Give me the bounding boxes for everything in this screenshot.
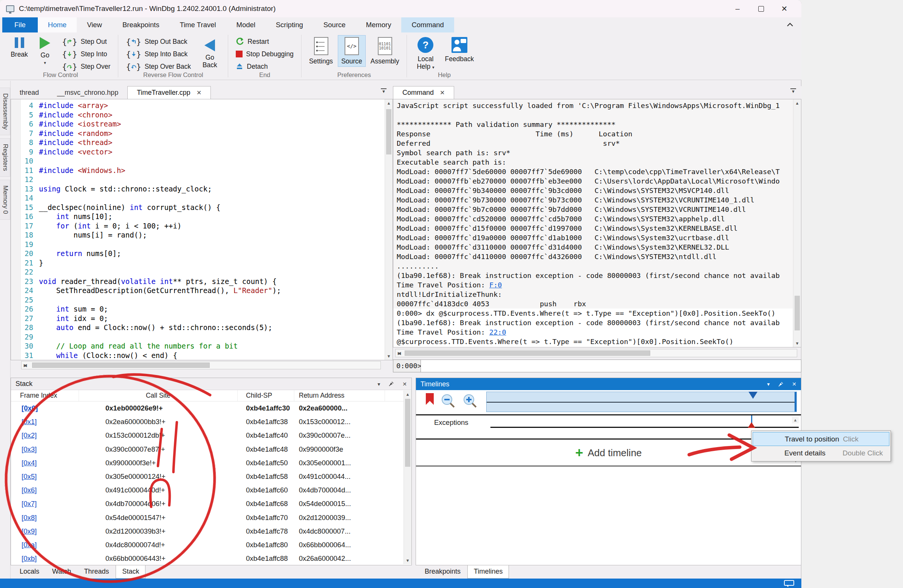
frame-index-link[interactable]: [0x2]	[22, 431, 37, 439]
frame-index-link[interactable]: [0x0]	[22, 404, 38, 412]
scroll-thumb[interactable]	[405, 351, 650, 356]
stack-row[interactable]: [0x7]0x4db700004d06!+0xb4e1affc680x54de0…	[11, 497, 411, 511]
position-link[interactable]: F:0	[489, 281, 502, 289]
pin-icon[interactable]	[389, 381, 394, 387]
step-into-button[interactable]: {} Step Into	[59, 48, 113, 60]
tab-command[interactable]: Command✕	[393, 86, 454, 99]
close-icon[interactable]: ✕	[772, 0, 796, 17]
add-timeline-button[interactable]: + Add timeline	[416, 442, 801, 464]
frame-index-link[interactable]: [0x9]	[22, 527, 37, 535]
stack-row[interactable]: [0x6]0x491c0000440d!+0xb4e1affc600x4db70…	[11, 483, 411, 497]
ribbon-tab-command[interactable]: Command	[401, 17, 454, 33]
column-header-return-address[interactable]: Return Address	[294, 390, 385, 401]
scroll-right-icon[interactable]: ▶	[396, 349, 403, 357]
stack-row[interactable]: [0xa]0x4dc80000074d!+0xb4e1affc800x66bb0…	[11, 538, 411, 552]
scroll-down-icon[interactable]: ▼	[793, 340, 801, 347]
ribbon-tab-time-travel[interactable]: Time Travel	[170, 17, 226, 33]
scroll-thumb[interactable]	[32, 363, 210, 368]
stack-row[interactable]: [0x4]0x9900000f3e!+0xb4e1affc500x305e000…	[11, 456, 411, 470]
source-pane-menu-icon[interactable]: ▼	[381, 88, 387, 93]
rail-tab-memory-0[interactable]: Memory 0	[0, 180, 10, 220]
scroll-down-icon[interactable]: ▼	[385, 352, 393, 360]
step-out-back-button[interactable]: {} Step Out Back	[123, 36, 194, 47]
pane-dropdown-icon[interactable]: ▾	[378, 381, 380, 387]
command-horizontal-scrollbar[interactable]: ◀ ▶	[395, 349, 797, 357]
command-vertical-scrollbar[interactable]: ▲ ▼	[793, 99, 801, 347]
feedback-button[interactable]: Feedback	[442, 36, 477, 64]
menu-item-event-details[interactable]: Event detailsDouble Click	[753, 446, 889, 460]
step-over-back-button[interactable]: {} Step Over Back	[123, 60, 194, 72]
stack-row[interactable]: [0x8]0x54de00001547!+0xb4e1affc700x2d120…	[11, 511, 411, 525]
ribbon-tab-breakpoints[interactable]: Breakpoints	[112, 17, 170, 33]
dock-tab-watch[interactable]: Watch	[46, 565, 77, 579]
breakpoint-gutter[interactable]	[11, 99, 21, 360]
stack-row[interactable]: [0x5]0x305e00000124!+0xb4e1affc580x491c0…	[11, 470, 411, 483]
bookmark-icon[interactable]	[426, 393, 434, 405]
close-pane-icon[interactable]: ✕	[792, 381, 796, 387]
stack-row[interactable]: [0xb]0x66bb00006443!+0xb4e1affc880x26a60…	[11, 552, 411, 565]
dock-tab-breakpoints[interactable]: Breakpoints	[418, 565, 467, 579]
scroll-up-icon[interactable]: ▲	[793, 99, 801, 107]
ribbon-tab-file[interactable]: File	[2, 17, 38, 33]
assembly-button[interactable]: 0110110101 Assembly	[368, 36, 403, 66]
scroll-thumb[interactable]	[794, 296, 800, 330]
stack-row[interactable]: [0x1]0x2ea600000bb3!+0xb4e1affc380x153c0…	[11, 415, 411, 429]
dock-tab-threads[interactable]: Threads	[78, 565, 115, 579]
local-help-button[interactable]: ? Local Help ▾	[411, 36, 439, 72]
frame-index-link[interactable]: [0x3]	[22, 445, 37, 453]
ribbon-tab-view[interactable]: View	[77, 17, 112, 33]
frame-index-link[interactable]: [0xb]	[22, 554, 37, 562]
frame-index-link[interactable]: [0x4]	[22, 459, 37, 467]
stack-vertical-scrollbar[interactable]: ▲ ▼	[404, 390, 411, 564]
column-header-frame-index[interactable]: Frame Index	[11, 390, 79, 401]
dock-tab-stack[interactable]: Stack	[116, 565, 145, 579]
scroll-up-icon[interactable]: ▲	[792, 417, 799, 423]
stack-row[interactable]: [0x3]0x390c00007e87!+0xb4e1affc480x99000…	[11, 443, 411, 456]
feedback-chat-icon[interactable]	[784, 580, 794, 586]
stack-row[interactable]: [0x0]0x1eb000026e9!+0xb4e1affc300x2ea600…	[11, 401, 411, 415]
ribbon-tab-model[interactable]: Model	[226, 17, 266, 33]
restart-button[interactable]: Restart	[233, 36, 297, 47]
detach-button[interactable]: Detach	[233, 60, 297, 72]
source-button[interactable]: </> Source	[338, 36, 365, 66]
menu-item-travel-to-position[interactable]: Travel to positionClick	[753, 432, 889, 446]
scroll-up-icon[interactable]: ▲	[385, 99, 393, 107]
ribbon-tab-scripting[interactable]: Scripting	[266, 17, 313, 33]
settings-button[interactable]: Settings	[306, 36, 336, 66]
maximize-icon[interactable]	[749, 0, 772, 17]
step-into-back-button[interactable]: {} Step Into Back	[123, 48, 194, 60]
frame-index-link[interactable]: [0x6]	[22, 486, 37, 494]
dock-tab-timelines[interactable]: Timelines	[467, 565, 509, 579]
scroll-right-icon[interactable]: ▶	[22, 362, 29, 369]
source-horizontal-scrollbar[interactable]: ◀ ▶	[21, 361, 381, 369]
frame-index-link[interactable]: [0x1]	[22, 418, 37, 426]
scroll-thumb[interactable]	[386, 109, 392, 154]
command-input[interactable]	[421, 360, 801, 373]
timeline-overview-band[interactable]	[486, 391, 797, 412]
rail-tab-registers[interactable]: Registers	[0, 138, 10, 177]
stack-row[interactable]: [0x2]0x153c000012db!+0xb4e1affc400x390c0…	[11, 429, 411, 442]
zoom-out-button[interactable]	[440, 393, 457, 410]
pin-icon[interactable]	[778, 381, 783, 387]
rail-tab-disassembly[interactable]: Disassembly	[0, 88, 10, 135]
scroll-down-icon[interactable]: ▼	[404, 557, 411, 564]
column-header-call-site[interactable]: Call Site	[79, 390, 238, 401]
exception-event-icon[interactable]	[748, 422, 755, 428]
go-back-button[interactable]: Go Back	[196, 36, 223, 70]
scroll-thumb[interactable]	[405, 399, 410, 467]
ribbon-tab-memory[interactable]: Memory	[356, 17, 402, 33]
frame-index-link[interactable]: [0x7]	[22, 500, 37, 508]
source-vertical-scrollbar[interactable]: ▲ ▼	[385, 99, 393, 360]
close-pane-icon[interactable]: ✕	[403, 381, 407, 387]
frame-index-link[interactable]: [0xa]	[22, 541, 37, 549]
ribbon-tab-home[interactable]: Home	[38, 17, 77, 33]
break-button[interactable]: Break	[8, 36, 31, 60]
tab-timetraveller-cpp[interactable]: TimeTraveller.cpp✕	[127, 86, 211, 99]
position-link[interactable]: 22:0	[489, 328, 506, 336]
dock-tab-locals[interactable]: Locals	[14, 565, 45, 579]
go-button[interactable]: Go ▾	[33, 36, 57, 66]
tab-thread[interactable]: thread	[11, 86, 48, 99]
ribbon-tab-source[interactable]: Source	[313, 17, 356, 33]
frame-index-link[interactable]: [0x8]	[22, 514, 37, 522]
stop-debugging-button[interactable]: Stop Debugging	[233, 48, 297, 60]
